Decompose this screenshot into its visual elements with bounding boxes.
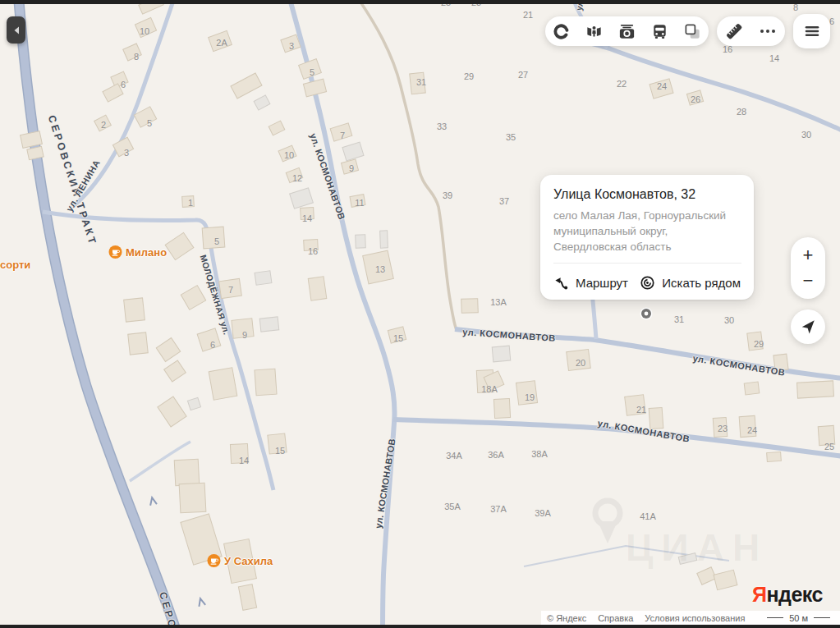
selected-point-pin[interactable] — [640, 308, 653, 320]
route-button[interactable]: Маршрут — [553, 275, 628, 291]
panoramas-button[interactable] — [579, 17, 610, 45]
photos-button[interactable] — [611, 17, 642, 45]
card-divider — [553, 263, 741, 264]
poi-place-partial[interactable]: сорти — [0, 259, 30, 271]
scale-bar: 50 м — [767, 613, 830, 623]
traffic-button[interactable] — [546, 17, 577, 45]
help-link[interactable]: Справка — [598, 613, 633, 623]
zoom-out-button[interactable]: − — [791, 270, 825, 291]
search-nearby-button[interactable]: Искать рядом — [640, 275, 741, 291]
chevron-left-icon — [11, 25, 22, 36]
poi-cafe-icon — [207, 554, 221, 568]
place-address: село Малая Лая, Горноуральский муниципал… — [553, 208, 741, 254]
back-button[interactable] — [7, 16, 25, 44]
map-layers-toolbar — [545, 16, 709, 46]
poi-label: Милано — [126, 246, 167, 259]
yandex-logo[interactable]: Яндекс — [752, 583, 823, 607]
screen-edge-top — [0, 0, 840, 4]
copyright-text: © Яндекс — [547, 613, 586, 623]
search-nearby-icon — [640, 275, 655, 291]
geolocation-button[interactable] — [791, 309, 825, 344]
place-title: Улица Космонавтов, 32 — [553, 187, 741, 202]
route-label: Маршрут — [576, 276, 628, 290]
panoramas-icon — [585, 22, 604, 41]
map-canvas[interactable] — [0, 0, 840, 628]
layers-icon — [683, 22, 702, 41]
address-line: муниципальный округ, — [553, 223, 741, 239]
zoom-in-button[interactable]: + — [791, 245, 825, 266]
poi-label: У Сахила — [224, 555, 273, 567]
scale-label: 50 м — [789, 613, 808, 623]
terms-link[interactable]: Условия использования — [645, 613, 745, 623]
bus-icon — [650, 22, 669, 41]
card-actions: Маршрут Искать рядом — [553, 264, 741, 300]
layers-button[interactable] — [677, 17, 708, 45]
address-line: село Малая Лая, Горноуральский — [553, 208, 741, 223]
search-nearby-label: Искать рядом — [662, 276, 741, 290]
tools-toolbar — [717, 16, 785, 46]
place-card: Улица Космонавтов, 32 село Малая Лая, Го… — [540, 175, 754, 300]
poi-place[interactable]: Милано — [108, 245, 167, 259]
poi-cafe-icon — [108, 245, 122, 259]
watermark-pin-icon — [595, 501, 620, 543]
more-button[interactable] — [752, 17, 783, 45]
screen-edge-bottom — [0, 625, 840, 628]
hamburger-menu-icon — [803, 22, 821, 40]
scale-line — [767, 617, 783, 619]
yandex-logo-ya: Я — [752, 583, 766, 606]
geolocation-arrow-icon — [800, 319, 816, 335]
poi-place[interactable]: У Сахила — [207, 554, 273, 568]
ruler-icon — [724, 21, 744, 41]
menu-button[interactable] — [793, 14, 830, 48]
transport-button[interactable] — [644, 17, 675, 45]
ruler-button[interactable] — [718, 17, 750, 45]
address-line: Свердловская область — [553, 239, 741, 254]
scale-line — [814, 617, 830, 619]
zoom-controls: + − — [791, 237, 825, 299]
attribution-bar: © Яндекс Справка Условия использования 5… — [541, 611, 840, 625]
ellipsis-icon — [758, 21, 778, 41]
route-icon — [553, 275, 569, 291]
photos-icon — [617, 22, 636, 41]
poi-label: сорти — [0, 259, 30, 271]
traffic-icon — [552, 22, 571, 41]
yandex-logo-rest: ндекс — [766, 583, 822, 606]
